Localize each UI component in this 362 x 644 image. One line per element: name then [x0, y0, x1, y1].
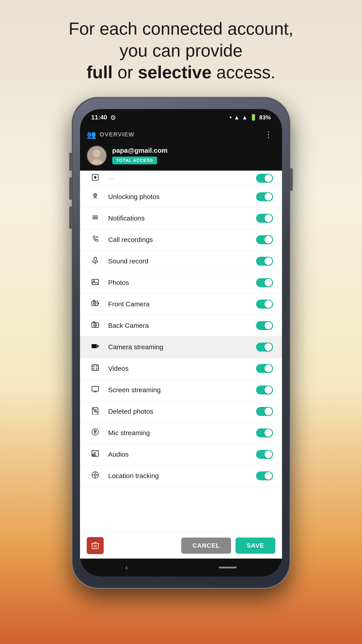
access-badge: TOTAL ACCESS: [112, 156, 157, 164]
perm-item-screen-streaming: Screen streaming: [80, 380, 282, 401]
call-recordings-toggle[interactable]: [256, 235, 273, 244]
call-recordings-label: Call recordings: [108, 236, 249, 244]
call-recordings-icon: [89, 235, 101, 245]
sound-record-icon: [89, 256, 101, 266]
svg-rect-24: [92, 344, 97, 348]
more-options-icon[interactable]: ⋮: [265, 130, 273, 139]
unlocking-photos-toggle[interactable]: [256, 192, 273, 201]
photos-label: Photos: [108, 279, 249, 286]
perm-item-call-recordings: Call recordings: [80, 229, 282, 251]
perm-item-mic-streaming: Mic streaming: [80, 422, 282, 444]
top-bar: 👥 OVERVIEW ⋮: [80, 126, 282, 143]
back-camera-label: Back Camera: [108, 322, 249, 330]
permissions-list: Unlocking photos Notifications: [80, 186, 282, 532]
sound-record-toggle[interactable]: [256, 257, 273, 266]
perm-item-location-tracking: Location tracking: [80, 465, 282, 487]
videos-icon: [89, 364, 101, 374]
people-icon: 👥: [87, 130, 96, 139]
delete-button[interactable]: [87, 537, 104, 554]
dot-indicator: •: [230, 114, 232, 121]
location-tracking-toggle[interactable]: [256, 471, 273, 480]
phone-mockup: 11:40 ⊙ • ▲ ▲ 🔋 83% 👥 OVERVIEW ⋮: [71, 97, 291, 589]
deleted-photos-icon: [89, 406, 101, 416]
perm-item-audios: Audios: [80, 444, 282, 465]
signal-icon: ▲: [242, 114, 248, 121]
wifi-icon: ▲: [234, 114, 240, 121]
back-button[interactable]: ‹: [125, 563, 128, 572]
screen-streaming-icon: [89, 385, 101, 395]
partial-row: ···: [80, 170, 282, 186]
svg-rect-41: [94, 431, 96, 434]
perm-item-front-camera: Front Camera: [80, 294, 282, 315]
camera-streaming-toggle[interactable]: [256, 342, 273, 352]
avatar: [87, 146, 107, 166]
front-camera-toggle[interactable]: [256, 300, 273, 308]
sound-record-label: Sound record: [108, 258, 249, 265]
perm-item-deleted-photos: Deleted photos: [80, 401, 282, 422]
user-section: papa@gmail.com TOTAL ACCESS: [80, 143, 282, 170]
svg-point-44: [94, 454, 95, 456]
notifications-toggle[interactable]: [256, 214, 273, 223]
front-camera-icon: [89, 299, 101, 309]
perm-item-sound-record: Sound record: [80, 251, 282, 272]
svg-rect-11: [94, 257, 96, 261]
perm-item-unlocking-photos: Unlocking photos: [80, 186, 282, 208]
svg-point-1: [93, 150, 100, 157]
svg-rect-33: [92, 386, 98, 391]
svg-rect-23: [93, 322, 95, 323]
mic-streaming-toggle[interactable]: [256, 428, 273, 438]
location-tracking-icon: [89, 471, 101, 481]
back-camera-icon: [89, 321, 101, 330]
screen-streaming-label: Screen streaming: [108, 386, 249, 394]
partial-toggle[interactable]: [256, 174, 273, 183]
videos-label: Videos: [108, 365, 249, 372]
svg-point-4: [94, 176, 96, 179]
deleted-photos-toggle[interactable]: [256, 407, 273, 416]
camera-streaming-icon: [89, 342, 101, 352]
front-camera-label: Front Camera: [108, 300, 249, 308]
cancel-button[interactable]: CANCEL: [181, 538, 231, 554]
screen-streaming-toggle[interactable]: [256, 386, 273, 394]
svg-point-46: [94, 474, 96, 476]
mic-streaming-label: Mic streaming: [108, 429, 249, 437]
clock-icon: ⊙: [110, 114, 115, 121]
perm-item-videos: Videos: [80, 358, 282, 380]
audios-icon: [89, 450, 101, 459]
partial-icon: [89, 173, 101, 183]
mic-streaming-icon: [89, 428, 101, 438]
battery-icon: 🔋: [250, 114, 257, 121]
save-button[interactable]: SAVE: [236, 538, 275, 554]
audios-toggle[interactable]: [256, 450, 273, 459]
svg-point-6: [94, 194, 96, 196]
navigation-bar: ‹: [80, 558, 282, 576]
svg-rect-18: [98, 302, 99, 304]
overview-label: OVERVIEW: [100, 131, 134, 138]
back-camera-toggle[interactable]: [256, 321, 273, 330]
user-email: papa@gmail.com: [112, 147, 168, 154]
svg-rect-26: [92, 365, 98, 370]
perm-item-camera-streaming: Camera streaming: [80, 336, 282, 358]
deleted-photos-label: Deleted photos: [108, 408, 249, 415]
videos-toggle[interactable]: [256, 364, 273, 373]
audios-label: Audios: [108, 450, 249, 458]
home-indicator[interactable]: [219, 567, 237, 568]
unlocking-photos-icon: [89, 192, 101, 202]
perm-item-photos: Photos: [80, 272, 282, 294]
location-tracking-label: Location tracking: [108, 472, 249, 480]
notifications-icon: [89, 213, 101, 223]
svg-rect-19: [93, 300, 95, 302]
headline: For each connected account, you can prov…: [69, 18, 293, 84]
perm-item-notifications: Notifications: [80, 208, 282, 229]
notifications-label: Notifications: [108, 214, 249, 222]
bottom-action-bar: CANCEL SAVE: [80, 532, 282, 558]
time-display: 11:40: [91, 114, 107, 121]
camera-streaming-label: Camera streaming: [108, 343, 249, 351]
photos-icon: [89, 278, 101, 288]
svg-point-17: [94, 303, 95, 304]
svg-marker-25: [97, 344, 99, 348]
unlocking-photos-label: Unlocking photos: [108, 193, 249, 200]
perm-item-back-camera: Back Camera: [80, 315, 282, 336]
battery-percent: 83%: [259, 114, 271, 121]
photos-toggle[interactable]: [256, 278, 273, 287]
partial-label: ···: [108, 174, 249, 182]
